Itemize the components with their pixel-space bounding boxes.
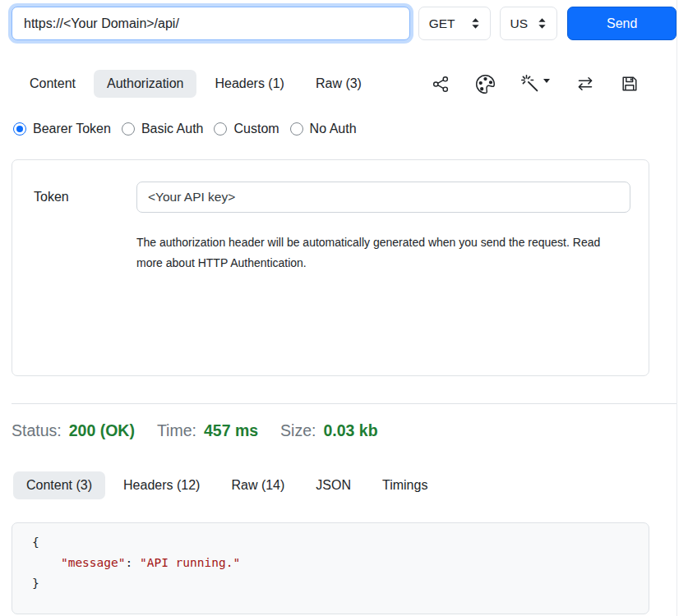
radio-custom[interactable]: Custom [214,122,279,136]
radio-unselected-icon [290,122,303,136]
radio-label: Basic Auth [141,122,204,136]
send-button[interactable]: Send [567,7,676,40]
json-value: "API running." [140,556,240,569]
code-line: } [32,573,632,594]
region-select-value: US [510,16,529,31]
size-group: Size: 0.03 kb [280,421,378,440]
indent [32,556,61,569]
url-input[interactable] [12,7,410,40]
radio-selected-icon [13,122,26,136]
request-tabs: Content Authorization Headers (1) Raw (3… [16,70,676,98]
radio-label: No Auth [310,122,357,136]
radio-bearer-token[interactable]: Bearer Token [13,122,111,136]
page-scrollbar-track [676,0,677,616]
response-tabs: Content (3) Headers (12) Raw (14) JSON T… [13,471,676,499]
radio-basic-auth[interactable]: Basic Auth [122,122,204,136]
response-status-row: Status: 200 (OK) Time: 457 ms Size: 0.03… [12,421,676,440]
method-select-value: GET [429,16,455,31]
toolbar [432,74,676,94]
time-label: Time: [157,421,196,440]
tab-response-timings[interactable]: Timings [369,471,441,499]
method-select[interactable]: GET [418,7,491,40]
section-divider [12,403,676,404]
api-client-page: GET US Send Content Authorization Header… [0,0,688,616]
magic-wand-icon [520,74,540,94]
json-separator: : [126,556,140,569]
share-icon [432,75,450,94]
radio-unselected-icon [122,122,135,136]
auth-type-options: Bearer Token Basic Auth Custom No Auth [13,122,676,136]
status-label: Status: [12,421,62,440]
updown-arrows-icon [471,17,480,30]
radio-label: Bearer Token [33,122,111,136]
tab-raw[interactable]: Raw (3) [302,70,375,98]
tab-headers[interactable]: Headers (1) [201,70,297,98]
tab-content[interactable]: Content [16,70,89,98]
bearer-token-panel: Token The authorization header will be a… [12,159,649,376]
palette-icon [476,75,495,94]
status-group: Status: 200 (OK) [12,421,135,440]
response-body: { "message": "API running." } [12,522,649,614]
radio-unselected-icon [214,122,227,136]
size-label: Size: [280,421,316,440]
swap-arrows-icon [575,74,595,94]
code-line: { [32,532,632,553]
radio-label: Custom [233,122,279,136]
status-value: 200 (OK) [69,421,135,440]
close-brace: } [32,577,39,590]
caret-down-icon [543,79,550,83]
code-line: "message": "API running." [32,553,632,573]
json-key: "message" [61,556,126,569]
share-button[interactable] [432,75,450,94]
save-request-button[interactable] [621,75,639,93]
open-brace: { [32,536,39,549]
auth-help-text: The authorization header will be automat… [136,232,615,274]
tab-response-headers[interactable]: Headers (12) [110,471,213,499]
tab-response-json[interactable]: JSON [302,471,364,499]
swap-button[interactable] [575,74,595,94]
theme-button[interactable] [476,75,495,94]
token-row: Token [34,182,630,213]
updown-arrows-icon [538,17,547,30]
region-select[interactable]: US [500,7,558,40]
time-value: 457 ms [204,421,258,440]
tab-response-raw[interactable]: Raw (14) [218,471,298,499]
time-group: Time: 457 ms [157,421,258,440]
tab-response-content[interactable]: Content (3) [13,471,105,499]
request-bar: GET US Send [0,0,688,40]
token-input[interactable] [136,182,630,213]
tab-authorization[interactable]: Authorization [94,70,196,98]
generate-code-button[interactable] [520,74,550,94]
size-value: 0.03 kb [323,421,377,440]
token-label: Token [34,190,136,205]
radio-no-auth[interactable]: No Auth [290,122,357,136]
save-icon [621,75,639,93]
